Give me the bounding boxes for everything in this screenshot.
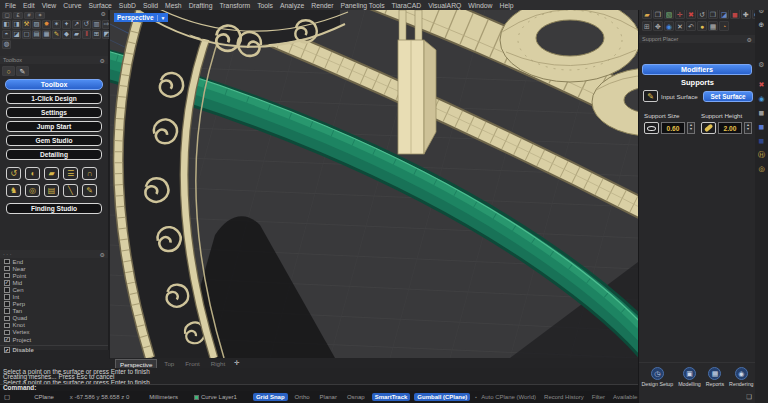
toolbar-tab-icon[interactable]: £: [13, 12, 23, 19]
menu-item-curve[interactable]: Curve: [63, 2, 81, 9]
tool-icon[interactable]: ‖: [82, 30, 91, 39]
units-button[interactable]: Millimeters: [149, 394, 178, 400]
jewelry-tool-icon[interactable]: ◎: [25, 184, 40, 197]
menu-item-tools[interactable]: Tools: [257, 2, 273, 9]
modifiers-button[interactable]: Modifiers: [642, 64, 752, 75]
checkbox-end[interactable]: [4, 259, 10, 265]
checkbox-perp[interactable]: [4, 301, 10, 307]
menu-item-tiaracad[interactable]: TiaraCAD: [392, 2, 422, 9]
toolbox-tab-icon[interactable]: ○: [2, 66, 15, 76]
status-toggle-planar[interactable]: Planar: [317, 393, 340, 401]
gem-studio-button[interactable]: Gem Studio: [6, 135, 102, 146]
tool-icon[interactable]: ▦: [708, 21, 718, 31]
support-size-stepper[interactable]: ▲▼: [687, 122, 695, 134]
settings-button[interactable]: Settings: [6, 107, 102, 118]
support-height-stepper[interactable]: ▲▼: [744, 122, 752, 134]
menu-item-help[interactable]: Help: [500, 2, 514, 9]
toolbox-tab-icon[interactable]: ✎: [16, 66, 29, 76]
tool-icon[interactable]: ↺: [82, 20, 91, 29]
toolbar-tab-icon[interactable]: #: [24, 12, 34, 19]
help-icon[interactable]: Ⓗ: [757, 150, 767, 160]
tool-icon[interactable]: ✎: [52, 30, 61, 39]
status-toggle-osnap[interactable]: Osnap: [344, 393, 368, 401]
viewport-tab-right[interactable]: Right: [207, 359, 229, 368]
status-filter[interactable]: Filter: [592, 394, 605, 400]
tool-icon[interactable]: ⊞: [642, 21, 652, 31]
checkbox-point[interactable]: [4, 273, 10, 279]
globe-icon[interactable]: ⊕: [757, 20, 767, 30]
gear-icon[interactable]: ⚙: [100, 57, 105, 64]
checkbox-knot[interactable]: [4, 323, 10, 329]
toolbox-main-button[interactable]: Toolbox: [5, 79, 103, 90]
panel-icon[interactable]: ◼: [757, 122, 767, 132]
finding-studio-button[interactable]: Finding Studio: [6, 203, 102, 214]
tool-icon[interactable]: ◍: [2, 40, 11, 49]
tool-icon[interactable]: ▰: [642, 9, 652, 19]
panel-icon[interactable]: ◼: [757, 108, 767, 118]
checkbox-vertex[interactable]: [4, 330, 10, 336]
tool-icon[interactable]: ◨: [12, 20, 21, 29]
menu-item-paneling-tools[interactable]: Paneling Tools: [341, 2, 385, 9]
status-toggle-gumball-cplane[interactable]: Gumball (CPlane): [414, 393, 470, 401]
tool-icon[interactable]: ◉: [664, 21, 674, 31]
command-prompt[interactable]: Command:: [0, 384, 638, 391]
jewelry-tool-icon[interactable]: ∩: [82, 167, 97, 180]
tool-icon[interactable]: ◧: [2, 20, 11, 29]
ring-icon[interactable]: ◎: [757, 164, 767, 174]
tool-icon[interactable]: ▤: [32, 30, 41, 39]
jewelry-tool-icon[interactable]: ✎: [82, 184, 97, 197]
tool-icon[interactable]: ▰: [72, 30, 81, 39]
viewport-mode-dropdown[interactable]: Perspective ▼: [114, 13, 168, 22]
tool-icon[interactable]: ✥: [653, 21, 663, 31]
cplane-button[interactable]: CPlane: [34, 394, 54, 400]
tool-icon[interactable]: ◪: [719, 9, 729, 19]
checkbox-project[interactable]: ✓: [4, 337, 10, 343]
status-toggle-ortho[interactable]: Ortho: [292, 393, 313, 401]
set-surface-button[interactable]: Set Surface: [703, 91, 753, 102]
design-setup-button[interactable]: ◷Design Setup: [641, 367, 673, 387]
viewport-tab-front[interactable]: Front: [181, 359, 203, 368]
jewelry-tool-icon[interactable]: ▰: [44, 167, 59, 180]
1-click-design-button[interactable]: 1-Click Design: [6, 93, 102, 104]
gear-icon[interactable]: ⚙: [747, 36, 752, 43]
tool-icon[interactable]: ▧: [664, 9, 674, 19]
status-toggle-grid-snap[interactable]: Grid Snap: [253, 393, 288, 401]
menu-item-drafting[interactable]: Drafting: [189, 2, 213, 9]
panel-toggle-icon[interactable]: ❏: [746, 393, 752, 401]
viewport[interactable]: Perspective ▼: [110, 10, 638, 358]
tool-icon[interactable]: ▥: [92, 20, 101, 29]
tool-icon[interactable]: ✚: [741, 9, 751, 19]
tool-icon[interactable]: ↶: [686, 21, 696, 31]
jewelry-tool-icon[interactable]: ◖: [25, 167, 40, 180]
viewport-tab-top[interactable]: Top: [160, 359, 178, 368]
toolbar-tab-icon[interactable]: ▢: [2, 12, 12, 19]
gear-icon[interactable]: ⚙: [757, 60, 767, 70]
menu-item-subd[interactable]: SubD: [119, 2, 136, 9]
support-height-input[interactable]: 2.00: [718, 122, 742, 134]
new-viewport-icon[interactable]: ✛: [234, 359, 239, 367]
tool-icon[interactable]: ⊞: [92, 30, 101, 39]
panel-icon[interactable]: ◼: [757, 136, 767, 146]
grid-toggle-icon[interactable]: ▢: [4, 393, 10, 401]
tool-icon[interactable]: ↗: [72, 20, 81, 29]
tool-icon[interactable]: ❐: [708, 9, 718, 19]
tool-icon[interactable]: ▢: [22, 30, 31, 39]
tool-icon[interactable]: ▨: [32, 20, 41, 29]
menu-item-render[interactable]: Render: [311, 2, 333, 9]
checkbox-quad[interactable]: [4, 316, 10, 322]
menu-item-edit[interactable]: Edit: [23, 2, 35, 9]
jump-start-button[interactable]: Jump Start: [6, 121, 102, 132]
tool-icon[interactable]: ✦: [62, 20, 71, 29]
menu-item-solid[interactable]: Solid: [143, 2, 158, 9]
status-auto-cplane-world[interactable]: Auto CPlane (World): [481, 394, 536, 400]
gear-icon[interactable]: ⚙: [100, 251, 105, 258]
jewelry-tool-icon[interactable]: ▤: [44, 184, 59, 197]
jewelry-tool-icon[interactable]: ╲: [63, 184, 78, 197]
tool-icon[interactable]: ◼: [730, 9, 740, 19]
status-toggle-smarttrack[interactable]: SmartTrack: [372, 393, 411, 401]
checkbox-near[interactable]: [4, 266, 10, 272]
tool-icon[interactable]: ✕: [675, 21, 685, 31]
tool-icon[interactable]: ❐: [653, 9, 663, 19]
status-record-history[interactable]: Record History: [544, 394, 584, 400]
tool-icon[interactable]: ✶: [52, 20, 61, 29]
